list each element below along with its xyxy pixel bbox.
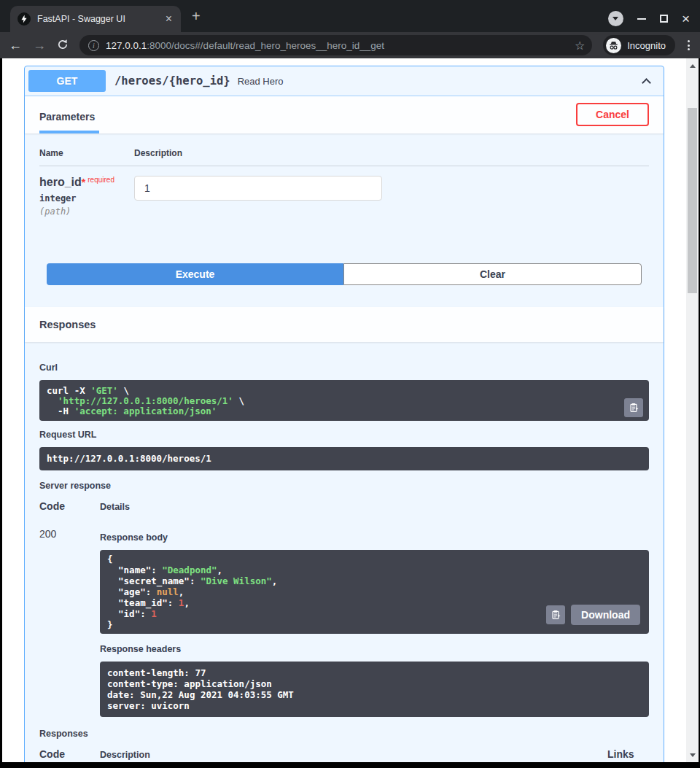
operation-block: GET /heroes/{hero_id} Read Hero Paramete…: [24, 66, 664, 762]
browser-tab[interactable]: FastAPI - Swagger UI ×: [10, 6, 181, 32]
code-line: curl -X 'GET' \: [47, 386, 642, 396]
code-line: {: [107, 554, 642, 565]
scroll-down-icon[interactable]: [686, 749, 699, 761]
tab-parameters[interactable]: Parameters: [39, 111, 99, 133]
url-path: :8000/docs#/default/read_hero_heroes__he…: [147, 40, 384, 51]
tab-strip: FastAPI - Swagger UI × + ×: [0, 0, 700, 32]
menu-icon[interactable]: [686, 39, 691, 52]
code-line: 'http://127.0.0.1:8000/heroes/1' \: [47, 396, 642, 406]
scroll-up-icon[interactable]: [686, 60, 699, 71]
endpoint-summary: Read Hero: [238, 76, 284, 87]
parameter-meta: hero_id*required integer (path): [39, 176, 134, 217]
url-bar[interactable]: i 127.0.0.1:8000/docs#/default/read_hero…: [79, 35, 592, 55]
parameter-row: hero_id*required integer (path): [39, 166, 649, 217]
col-name: Name: [39, 148, 134, 158]
method-badge: GET: [28, 70, 106, 92]
response-body-block: { "name": "Deadpond", "secret_name": "Di…: [100, 550, 649, 634]
execute-row: Execute Clear: [47, 263, 642, 285]
tab-close-icon[interactable]: ×: [163, 13, 175, 25]
incognito-icon: [606, 38, 621, 53]
close-icon[interactable]: ×: [682, 14, 690, 24]
required-asterisk: *: [82, 177, 85, 188]
col-code: Code: [39, 500, 100, 512]
request-url-block: http://127.0.0.1:8000/heroes/1: [39, 447, 649, 470]
col-details: Details: [100, 502, 130, 512]
parameters-header: Parameters Cancel: [25, 96, 664, 133]
code-line: -H 'accept: application/json': [47, 406, 642, 416]
execute-button[interactable]: Execute: [47, 263, 343, 285]
code-line: date: Sun,22 Aug 2021 04:03:55 GMT: [107, 689, 642, 700]
update-icon[interactable]: [608, 11, 623, 26]
code-line: "secret_name": "Dive Wilson",: [107, 575, 642, 586]
parameters-table-head: Name Description: [39, 148, 649, 166]
col-code: Code: [39, 748, 100, 760]
incognito-label: Incognito: [627, 40, 666, 51]
col-description: Description: [134, 148, 182, 158]
download-button[interactable]: Download: [571, 605, 640, 625]
page-scrollbar[interactable]: [686, 58, 699, 762]
responses-section: Curl curl -X 'GET' \ 'http://127.0.0.1:8…: [25, 342, 664, 762]
server-response-head: Code Details: [39, 500, 649, 512]
response-headers-block: content-length: 77content-type: applicat…: [100, 662, 649, 717]
server-response-row: 200 Response body { "name": "Deadpond", …: [39, 524, 649, 717]
request-url-label: Request URL: [39, 430, 649, 440]
collapse-chevron-icon[interactable]: [642, 78, 651, 88]
reload-icon[interactable]: [57, 39, 69, 53]
responses-section-title: Responses: [25, 307, 664, 342]
cancel-button[interactable]: Cancel: [576, 103, 649, 126]
operation-summary[interactable]: GET /heroes/{hero_id} Read Hero: [25, 66, 664, 96]
code-line: http://127.0.0.1:8000/heroes/1: [47, 454, 642, 464]
clear-button[interactable]: Clear: [343, 263, 642, 285]
bookmark-star-icon[interactable]: ☆: [575, 39, 585, 53]
back-icon[interactable]: ←: [9, 39, 22, 52]
response-headers-label: Response headers: [100, 644, 649, 654]
fastapi-logo-icon: [18, 12, 31, 26]
forward-icon[interactable]: →: [33, 39, 46, 52]
responses-table-section: Responses Code Description Links 200 No …: [39, 729, 649, 762]
scrollbar-thumb[interactable]: [688, 108, 697, 293]
url-host: 127.0.0.1: [106, 40, 147, 51]
response-body-label: Response body: [100, 532, 649, 543]
incognito-badge: Incognito: [603, 35, 675, 55]
parameter-type: integer: [39, 193, 134, 203]
curl-code-block: curl -X 'GET' \ 'http://127.0.0.1:8000/h…: [39, 380, 649, 421]
page-content: GET /heroes/{hero_id} Read Hero Paramete…: [2, 58, 686, 762]
code-line: "name": "Deadpond",: [107, 565, 642, 575]
required-label: required: [88, 176, 114, 184]
server-response-label: Server response: [39, 481, 649, 491]
hero-id-input[interactable]: [134, 176, 382, 201]
copy-icon[interactable]: [624, 398, 643, 417]
tab-title: FastAPI - Swagger UI: [37, 14, 163, 24]
browser-toolbar: ← → i 127.0.0.1:8000/docs#/default/read_…: [0, 32, 700, 58]
endpoint-path: /heroes/{hero_id}: [114, 74, 230, 88]
minimize-icon[interactable]: [637, 18, 646, 20]
col-links: Links: [607, 748, 649, 760]
new-tab-icon[interactable]: +: [192, 9, 201, 23]
url-text: 127.0.0.1:8000/docs#/default/read_hero_h…: [106, 40, 568, 51]
window-controls: ×: [608, 11, 690, 26]
col-description: Description: [100, 750, 607, 760]
responses-table-title: Responses: [39, 729, 649, 739]
code-line: content-length: 77: [107, 667, 642, 678]
maximize-icon[interactable]: [660, 15, 668, 23]
status-code: 200: [39, 524, 100, 717]
copy-icon[interactable]: [546, 605, 565, 624]
parameters-table: Name Description hero_id*required intege…: [25, 133, 664, 307]
code-line: "age": null,: [107, 586, 642, 597]
parameter-location: (path): [39, 206, 134, 217]
browser-window: FastAPI - Swagger UI × + × ← → i 127.0.0…: [0, 0, 700, 768]
responses-table-head: Code Description Links: [39, 748, 649, 762]
code-line: content-type: application/json: [107, 678, 642, 689]
curl-label: Curl: [39, 362, 649, 373]
parameter-name: hero_id*required: [39, 176, 134, 189]
code-line: server: uvicorn: [107, 700, 642, 711]
site-info-icon[interactable]: i: [88, 40, 99, 51]
